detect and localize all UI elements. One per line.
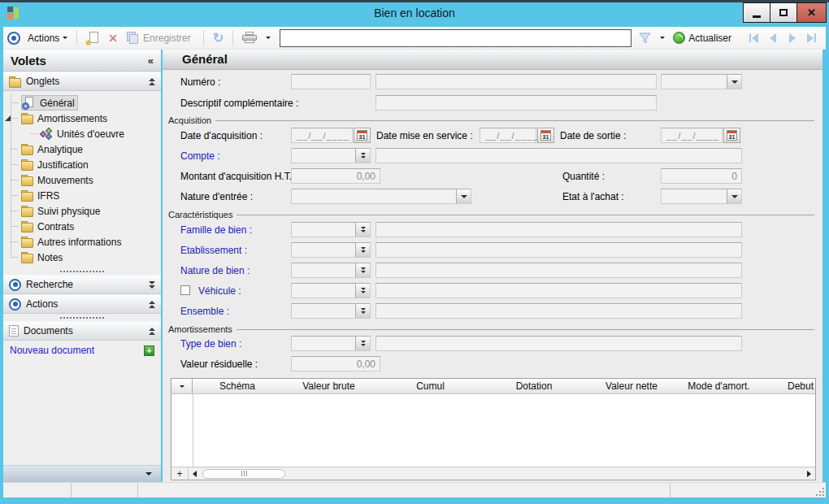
numero-select[interactable]	[661, 74, 742, 89]
compte-combo[interactable]	[291, 148, 371, 163]
double-chevron-down-icon[interactable]	[355, 149, 370, 163]
type-bien-description-field[interactable]	[375, 336, 742, 351]
tree-item-justification[interactable]: Justification	[3, 157, 161, 172]
grid-column-header[interactable]: Debut	[757, 379, 815, 393]
etablissement-combo[interactable]	[291, 242, 371, 258]
grid-column-header[interactable]: Schéma	[193, 379, 282, 393]
nouveau-document-link[interactable]: Nouveau document	[10, 345, 94, 356]
grid-column-header[interactable]: Valeur brute	[282, 379, 375, 393]
compte-label[interactable]: Compte :	[180, 150, 220, 162]
tree-item-analytique[interactable]: Analytique	[3, 141, 161, 157]
type-bien-label[interactable]: Type de bien :	[180, 338, 241, 350]
tree-item-notes[interactable]: Notes	[3, 250, 161, 265]
close-button[interactable]	[796, 2, 827, 23]
vehicule-checkbox[interactable]	[180, 285, 190, 295]
famille-combo[interactable]	[291, 222, 371, 237]
grid-column-header[interactable]: Cumul	[375, 379, 485, 393]
section-recherche[interactable]: Recherche	[3, 275, 161, 294]
section-documents[interactable]: Documents	[3, 321, 161, 341]
grid-column-header[interactable]: Dotation	[485, 379, 583, 393]
grid-column-header[interactable]: Valeur nette	[583, 379, 680, 393]
sidebar-collapse-button[interactable]: «	[148, 54, 154, 67]
chevron-down-icon[interactable]	[456, 189, 471, 203]
print-options-button[interactable]	[263, 35, 273, 41]
delete-record-button[interactable]	[106, 30, 120, 46]
vehicule-description-field[interactable]	[375, 283, 742, 298]
maximize-button[interactable]	[770, 2, 797, 23]
famille-description-field[interactable]	[375, 222, 742, 237]
double-chevron-down-icon[interactable]	[355, 243, 370, 257]
grid-body[interactable]	[171, 394, 815, 467]
type-bien-combo[interactable]	[291, 336, 371, 351]
tree-item-unites-doeuvre[interactable]: Unités d'oeuvre	[3, 126, 161, 141]
tree-item-general[interactable]: Général	[3, 95, 161, 111]
filter-options-button[interactable]	[658, 35, 667, 41]
refresh-button[interactable]	[211, 28, 226, 47]
actualiser-button[interactable]: Actualiser	[671, 30, 737, 46]
famille-label[interactable]: Famille de bien :	[180, 224, 252, 236]
grid-column-header[interactable]: Mode d'amort.	[680, 379, 757, 393]
quantite-input[interactable]: 0	[661, 168, 742, 184]
double-chevron-down-icon[interactable]	[355, 337, 370, 350]
scroll-left-button[interactable]	[189, 467, 201, 480]
nature-bien-description-field[interactable]	[375, 263, 742, 278]
tree-item-amortissements[interactable]: Amortissements	[3, 111, 161, 126]
date-mise-en-service-calendar-button[interactable]: 31	[537, 128, 554, 143]
date-mise-en-service-input[interactable]: __/__/____	[480, 128, 536, 143]
double-chevron-down-icon[interactable]	[355, 263, 370, 277]
numero-input-2[interactable]	[375, 74, 657, 89]
previous-record-button[interactable]	[763, 31, 783, 46]
chevron-down-icon[interactable]	[727, 189, 741, 203]
tree-item-autres-informations[interactable]: Autres informations	[3, 234, 161, 250]
ensemble-combo[interactable]	[291, 303, 371, 319]
nature-bien-label[interactable]: Nature de bien :	[180, 265, 250, 276]
panel-drag-handle[interactable]	[3, 314, 161, 321]
date-sortie-calendar-button[interactable]: 31	[723, 128, 740, 143]
tree-item-ifrs[interactable]: IFRS	[3, 188, 161, 203]
vehicule-label[interactable]: Véhicule :	[198, 285, 241, 297]
tree-item-suivi-physique[interactable]: Suivi physique	[3, 203, 161, 219]
date-sortie-input[interactable]: __/__/____	[661, 128, 723, 143]
descriptif-input[interactable]	[375, 95, 657, 111]
numero-input-1[interactable]	[291, 74, 371, 89]
minimize-button[interactable]	[743, 2, 770, 23]
ensemble-description-field[interactable]	[375, 303, 742, 319]
date-acquisition-input[interactable]: __/__/____	[291, 128, 353, 143]
etablissement-label[interactable]: Etablissement :	[180, 245, 247, 256]
resize-grip[interactable]	[816, 488, 824, 496]
double-chevron-down-icon[interactable]	[355, 304, 370, 318]
section-actions[interactable]: Actions	[3, 294, 161, 314]
first-record-button[interactable]	[744, 31, 763, 46]
valeur-residuelle-input[interactable]: 0,00	[291, 356, 380, 371]
new-record-button[interactable]	[84, 30, 102, 46]
last-record-button[interactable]	[802, 31, 822, 46]
search-input[interactable]	[280, 29, 632, 47]
grid-add-row-button[interactable]: +	[171, 467, 189, 480]
scroll-right-button[interactable]	[803, 467, 815, 480]
add-document-button[interactable]: +	[144, 345, 154, 356]
actions-menu-button[interactable]: Actions	[22, 31, 70, 46]
tree-item-contrats[interactable]: Contrats	[3, 219, 161, 234]
nature-entree-select[interactable]	[291, 189, 471, 204]
etat-achat-select[interactable]	[661, 189, 742, 204]
tree-expander-icon[interactable]	[5, 115, 11, 121]
montant-input[interactable]: 0,00	[291, 168, 380, 184]
ensemble-label[interactable]: Ensemble :	[180, 306, 229, 317]
etablissement-description-field[interactable]	[375, 242, 742, 258]
next-record-button[interactable]	[783, 31, 802, 46]
double-chevron-down-icon[interactable]	[355, 284, 370, 298]
chevron-down-icon[interactable]	[727, 75, 741, 89]
row-selector-header[interactable]	[171, 379, 193, 393]
chevron-down-icon[interactable]	[145, 472, 152, 476]
nature-bien-combo[interactable]	[291, 263, 371, 278]
vehicule-combo[interactable]	[291, 283, 371, 298]
tree-item-mouvements[interactable]: Mouvements	[3, 172, 161, 188]
hscroll-thumb[interactable]	[202, 469, 285, 479]
section-onglets[interactable]: Onglets	[3, 72, 161, 91]
double-chevron-down-icon[interactable]	[355, 223, 370, 237]
compte-description-field[interactable]	[375, 148, 742, 163]
print-button[interactable]	[240, 30, 260, 46]
filter-button[interactable]	[636, 30, 654, 46]
date-acquisition-calendar-button[interactable]: 31	[354, 128, 371, 143]
save-button[interactable]: Enregistrer	[124, 30, 197, 46]
